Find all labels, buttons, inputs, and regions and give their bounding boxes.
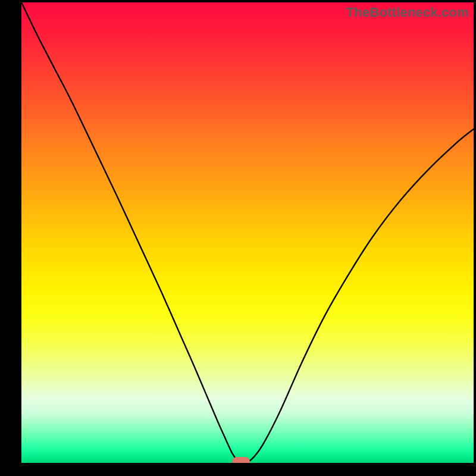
chart-frame: TheBottleneck.com (0, 0, 476, 476)
optimum-marker (232, 457, 250, 463)
plot-area: TheBottleneck.com (21, 2, 474, 463)
watermark-text: TheBottleneck.com (346, 5, 469, 20)
bottleneck-curve (21, 2, 474, 463)
